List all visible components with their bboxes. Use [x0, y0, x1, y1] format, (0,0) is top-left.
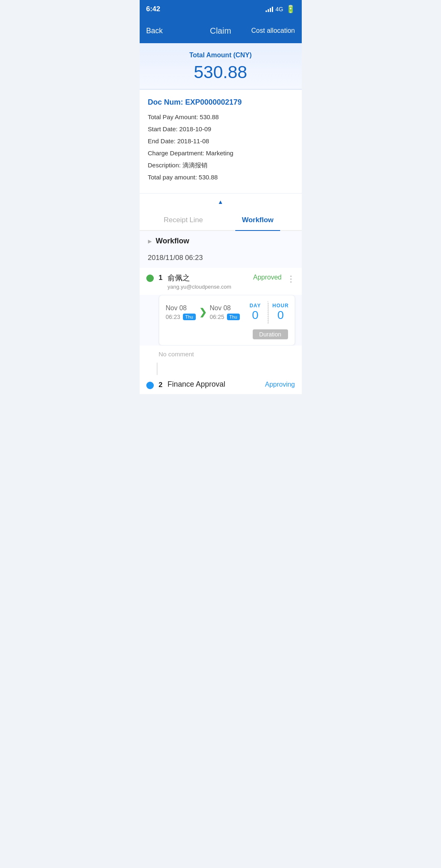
- no-comment: No comment: [140, 346, 302, 363]
- start-date: Start Date: 2018-10-09: [148, 125, 293, 133]
- step-1-menu-icon[interactable]: ⋮: [287, 274, 295, 284]
- duration-label-row: Duration: [166, 327, 288, 339]
- start-date-label: Nov 08: [166, 304, 196, 312]
- tab-receipt-line[interactable]: Receipt Line: [146, 210, 221, 230]
- cost-allocation-button[interactable]: Cost allocation: [251, 27, 295, 34]
- step-2-status: Approving: [265, 381, 295, 388]
- day-unit: DAY: [243, 303, 268, 309]
- start-date-col: Nov 08 06:23 Thu: [166, 304, 196, 320]
- workflow-step-1: 1 俞佩之 yang.yu@cloudpense.com Approved ⋮: [140, 268, 302, 295]
- workflow-section: ▶ Workflow 2018/11/08 06:23 1 俞佩之 yang.y…: [140, 231, 302, 394]
- end-time-row: 06:25 Thu: [210, 314, 240, 320]
- workflow-header: ▶ Workflow: [140, 231, 302, 251]
- page-title: Claim: [210, 26, 231, 36]
- doc-num: Doc Num: EXP0000002179: [148, 98, 293, 107]
- workflow-triangle-icon: ▶: [148, 238, 152, 244]
- end-day-badge: Thu: [227, 314, 240, 320]
- end-time: 06:25: [210, 314, 224, 320]
- duration-card: Nov 08 06:23 Thu ❯ Nov 08 06:25 Thu DAY …: [159, 295, 295, 346]
- start-day-badge: Thu: [183, 314, 196, 320]
- start-time: 06:23: [166, 314, 180, 320]
- workflow-date: 2018/11/08 06:23: [140, 251, 302, 268]
- workflow-title: Workflow: [156, 237, 190, 245]
- step-1-info: 俞佩之 yang.yu@cloudpense.com: [168, 273, 248, 290]
- step-2-number: 2: [159, 381, 163, 389]
- duration-dates: Nov 08 06:23 Thu ❯ Nov 08 06:25 Thu DAY …: [166, 301, 288, 324]
- duration-arrow-icon: ❯: [199, 307, 207, 318]
- step-1-email: yang.yu@cloudpense.com: [168, 284, 248, 290]
- status-bar: 6:42 4G 🔋: [140, 0, 302, 18]
- network-label: 4G: [276, 6, 283, 12]
- end-date-col: Nov 08 06:25 Thu: [210, 304, 240, 320]
- step-1-number: 1: [159, 274, 163, 282]
- total-label: Total Amount (CNY): [146, 51, 295, 59]
- back-button[interactable]: Back: [146, 27, 163, 35]
- description: Description: 滴滴报销: [148, 161, 293, 169]
- tab-workflow[interactable]: Workflow: [221, 210, 295, 230]
- detail-section: Doc Num: EXP0000002179 Total Pay Amount:…: [140, 90, 302, 194]
- total-amount: 530.88: [146, 62, 295, 82]
- signal-icon: [266, 7, 273, 12]
- step-2-dot: [146, 382, 154, 389]
- step-1-status: Approved: [253, 274, 282, 281]
- step-2-info: Finance Approval: [168, 380, 260, 389]
- total-pay-amount: Total Pay Amount: 530.88: [148, 113, 293, 121]
- hour-stat: HOUR 0: [269, 301, 293, 324]
- hour-value: 0: [269, 309, 293, 322]
- tabs: Receipt Line Workflow: [140, 210, 302, 231]
- end-date-label: Nov 08: [210, 304, 240, 312]
- collapse-arrow[interactable]: ▲: [140, 194, 302, 210]
- hour-unit: HOUR: [269, 303, 293, 309]
- duration-badge: Duration: [253, 329, 288, 339]
- connector-section: [140, 363, 302, 375]
- end-date: End Date: 2018-11-08: [148, 137, 293, 145]
- status-icons: 4G 🔋: [266, 5, 295, 14]
- day-value: 0: [243, 309, 268, 322]
- workflow-step-2: 2 Finance Approval Approving: [140, 375, 302, 394]
- total-section: Total Amount (CNY) 530.88: [140, 43, 302, 89]
- step-1-name: 俞佩之: [168, 273, 248, 283]
- step-2-name: Finance Approval: [168, 380, 260, 389]
- header: Back Claim Cost allocation: [140, 18, 302, 43]
- battery-icon: 🔋: [286, 5, 295, 14]
- charge-dept: Charge Department: Marketing: [148, 149, 293, 157]
- day-stat: DAY 0: [243, 301, 268, 324]
- total-pay-amount-bottom: Total pay amount: 530.88: [148, 173, 293, 181]
- step-1-dot: [146, 275, 154, 282]
- status-time: 6:42: [146, 5, 160, 13]
- connector-line: [157, 363, 158, 375]
- start-time-row: 06:23 Thu: [166, 314, 196, 320]
